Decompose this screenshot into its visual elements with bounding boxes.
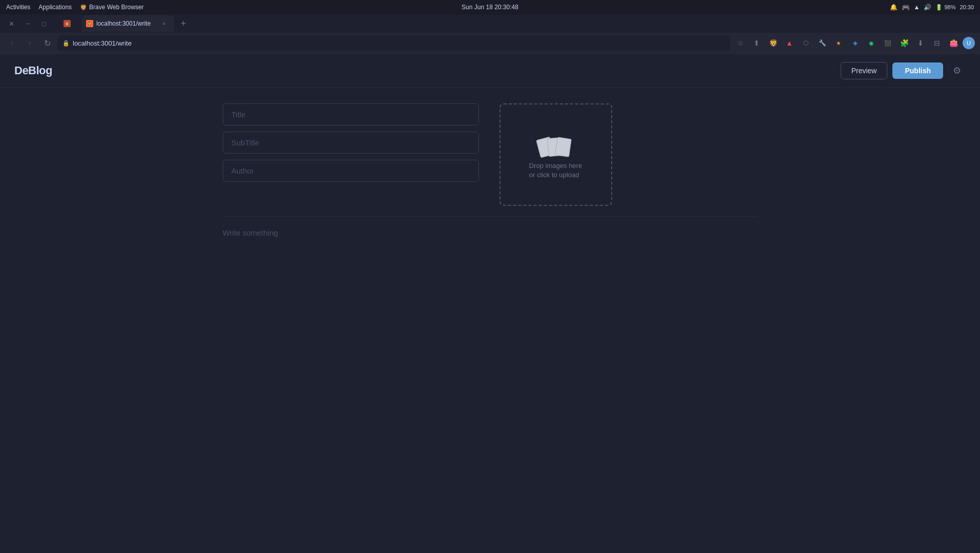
- os-datetime: Sun Jun 18 20:30:48: [462, 4, 518, 11]
- theme-toggle-btn[interactable]: ⚙: [948, 62, 966, 79]
- address-url: localhost:3001/write: [73, 39, 725, 47]
- active-tab[interactable]: 🦁 localhost:3001/write ×: [82, 15, 174, 32]
- user-avatar[interactable]: U: [963, 37, 975, 49]
- new-tab-btn[interactable]: +: [176, 16, 191, 31]
- tab-title: localhost:3001/write: [96, 20, 157, 27]
- ext2[interactable]: 🔧: [815, 36, 829, 50]
- ext4[interactable]: ◈: [848, 36, 862, 50]
- discord-icon: 🎮: [902, 4, 910, 11]
- divider: [223, 216, 758, 217]
- os-bar: Activities Applications 🦁 Brave Web Brow…: [0, 0, 980, 14]
- app-header: DeBlog Preview Publish ⚙: [0, 54, 980, 88]
- subtitle-input[interactable]: [223, 132, 479, 154]
- nav-bar: ‹ › ↻ 🔒 localhost:3001/write ☆ ⬆ 🦁 ▲ ⬡ 🔧…: [0, 33, 980, 53]
- author-input[interactable]: [223, 160, 479, 182]
- window-close-btn[interactable]: ✕: [4, 16, 18, 31]
- reload-btn[interactable]: ↻: [40, 36, 54, 50]
- upload-text-primary: Drop images here or click to upload: [529, 161, 582, 178]
- os-bar-left: Activities Applications 🦁 Brave Web Brow…: [6, 4, 144, 11]
- ext-brave-shield[interactable]: 🦁: [766, 36, 780, 50]
- ext3[interactable]: ★: [831, 36, 846, 50]
- tab-favicon: 🦁: [86, 20, 93, 27]
- lock-icon: 🔒: [62, 40, 70, 47]
- app-container: DeBlog Preview Publish ⚙: [0, 54, 980, 553]
- ext5[interactable]: ◉: [864, 36, 879, 50]
- ext1[interactable]: ⬡: [799, 36, 813, 50]
- upload-icon: [540, 131, 571, 156]
- card-icon-3: [555, 137, 572, 158]
- brave-label: 🦁 Brave Web Browser: [80, 4, 143, 11]
- ext-download[interactable]: ⬇: [913, 36, 928, 50]
- form-fields: [223, 103, 479, 182]
- title-input[interactable]: [223, 103, 479, 125]
- applications-label[interactable]: Applications: [38, 4, 72, 11]
- window-maximize-btn[interactable]: □: [37, 16, 51, 31]
- browser-toolbar: ☆ ⬆ 🦁 ▲ ⬡ 🔧 ★ ◈ ◉ ⬛ 🧩 ⬇ ⊟ 👛 U: [733, 36, 975, 50]
- wifi-icon: ▲: [914, 4, 920, 11]
- tab-bar: ✕ − □ B 🦁 localhost:3001/write × +: [0, 14, 980, 33]
- ext-sidebar[interactable]: ⊟: [930, 36, 944, 50]
- pinned-tab[interactable]: B: [59, 15, 80, 32]
- publish-button[interactable]: Publish: [892, 62, 943, 79]
- battery-icon: 🔋 98%: [935, 4, 955, 11]
- share-btn[interactable]: ⬆: [749, 36, 764, 50]
- forward-btn[interactable]: ›: [23, 36, 37, 50]
- tab-close-btn[interactable]: ×: [160, 19, 168, 28]
- form-image-row: Drop images here or click to upload: [223, 103, 758, 206]
- notification-icon[interactable]: 🔔: [890, 4, 898, 11]
- header-actions: Preview Publish ⚙: [841, 62, 966, 79]
- window-minimize-btn[interactable]: −: [20, 16, 35, 31]
- volume-icon: 🔊: [924, 4, 931, 11]
- write-editor[interactable]: [223, 227, 758, 329]
- os-bar-right: 🔔 🎮 ▲ 🔊 🔋 98% 20:30: [890, 4, 974, 11]
- ext6[interactable]: ⬛: [881, 36, 895, 50]
- settings-icon: ⚙: [953, 65, 961, 76]
- ext-puzzle[interactable]: 🧩: [897, 36, 911, 50]
- pinned-tab-favicon: B: [64, 20, 71, 27]
- bookmark-btn[interactable]: ☆: [733, 36, 747, 50]
- browser-chrome: ✕ − □ B 🦁 localhost:3001/write × + ‹ › ↻…: [0, 14, 980, 54]
- activities-label[interactable]: Activities: [6, 4, 30, 11]
- preview-button[interactable]: Preview: [841, 62, 888, 79]
- address-bar[interactable]: 🔒 localhost:3001/write: [57, 35, 730, 51]
- image-upload-area[interactable]: Drop images here or click to upload: [499, 103, 612, 206]
- app-logo[interactable]: DeBlog: [14, 64, 52, 77]
- time-label: 20:30: [960, 4, 974, 10]
- ext-triangle[interactable]: ▲: [782, 36, 797, 50]
- back-btn[interactable]: ‹: [5, 36, 19, 50]
- ext-wallet[interactable]: 👛: [946, 36, 961, 50]
- write-area: Drop images here or click to upload: [208, 88, 772, 345]
